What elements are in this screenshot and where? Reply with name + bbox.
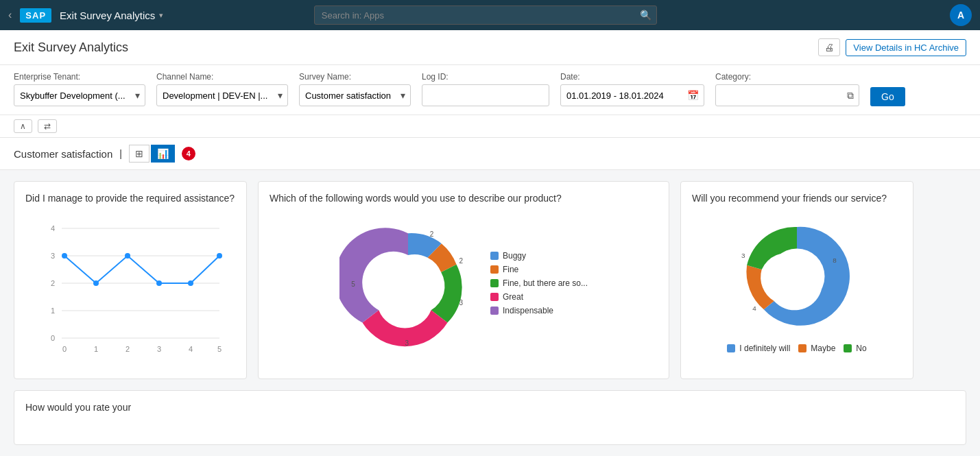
channel-name-filter: Channel Name: Development | DEV-EN |... bbox=[156, 72, 288, 106]
svg-text:4: 4 bbox=[752, 304, 756, 312]
survey-bar-separator: | bbox=[119, 148, 122, 159]
legend-fine: Fine bbox=[490, 265, 588, 274]
page-title: Exit Survey Analytics bbox=[14, 40, 128, 55]
channel-name-select-wrapper: Development | DEV-EN |... bbox=[156, 84, 288, 106]
calendar-icon[interactable]: 📅 bbox=[687, 90, 699, 101]
legend-indispensable: Indispensable bbox=[490, 306, 588, 315]
log-id-input[interactable] bbox=[422, 84, 549, 106]
svg-point-16 bbox=[62, 253, 67, 259]
legend-fine-but-dot bbox=[490, 279, 499, 287]
survey-bar-title: Customer satisfaction bbox=[14, 148, 112, 160]
svg-text:2: 2 bbox=[126, 345, 130, 353]
date-label: Date: bbox=[560, 72, 704, 82]
search-input[interactable] bbox=[314, 5, 657, 25]
donut2-legend: I definitely will Maybe No bbox=[727, 344, 866, 353]
card2-title: Which of the following words would you u… bbox=[270, 193, 658, 204]
card3-title: Will you recommend your friends our serv… bbox=[692, 193, 902, 204]
card-assistance: Did I manage to provide the required ass… bbox=[14, 181, 247, 379]
donut1-legend: Buggy Fine Fine, but there are so... Gre… bbox=[490, 251, 588, 315]
survey-name-select-wrapper: Customer satisfaction bbox=[299, 84, 411, 106]
legend-fine-but: Fine, but there are so... bbox=[490, 278, 588, 288]
legend-great-dot bbox=[490, 293, 499, 301]
header-title-text: Exit Survey Analytics bbox=[60, 10, 155, 21]
page-header: Exit Survey Analytics 🖨 View Details in … bbox=[0, 30, 980, 65]
legend-maybe-label: Maybe bbox=[811, 344, 835, 353]
sort-button[interactable]: ⇄ bbox=[38, 119, 57, 133]
card-rate: How would you rate your bbox=[14, 390, 966, 445]
log-id-label: Log ID: bbox=[422, 72, 549, 82]
legend-great: Great bbox=[490, 292, 588, 302]
legend-maybe-dot bbox=[798, 344, 806, 352]
view-toggle: ⊞ 📊 bbox=[129, 145, 175, 163]
go-button[interactable]: Go bbox=[870, 87, 905, 106]
legend-indispensable-label: Indispensable bbox=[503, 306, 553, 315]
search-icon[interactable]: 🔍 bbox=[640, 10, 652, 21]
svg-text:1: 1 bbox=[51, 307, 55, 315]
date-input[interactable] bbox=[560, 84, 704, 106]
svg-point-22 bbox=[380, 255, 436, 311]
app-title: Exit Survey Analytics ▾ bbox=[60, 10, 163, 21]
title-chevron-icon[interactable]: ▾ bbox=[159, 11, 163, 20]
collapse-button[interactable]: ∧ bbox=[14, 119, 32, 133]
survey-name-filter: Survey Name: Customer satisfaction bbox=[299, 72, 411, 106]
donut-area-1: 2 2 3 3 5 Buggy Fine Fine, but there are… bbox=[270, 215, 658, 352]
svg-text:3: 3 bbox=[405, 339, 409, 347]
category-input-wrapper: ⧉ bbox=[715, 84, 859, 106]
svg-text:1: 1 bbox=[94, 345, 98, 353]
card1-title: Did I manage to provide the required ass… bbox=[25, 193, 235, 204]
print-button[interactable]: 🖨 bbox=[818, 38, 840, 56]
donut-chart-1-svg: 2 2 3 3 5 bbox=[339, 215, 477, 352]
donut-chart-2-svg: 8 4 3 bbox=[735, 215, 859, 338]
page-actions: 🖨 View Details in HC Archive bbox=[818, 38, 966, 56]
view-details-button[interactable]: View Details in HC Archive bbox=[846, 39, 966, 56]
svg-text:5: 5 bbox=[217, 345, 222, 353]
chart-view-button[interactable]: 📊 bbox=[151, 145, 175, 163]
svg-text:4: 4 bbox=[189, 345, 193, 353]
filters-row: Enterprise Tenant: Skybuffer Development… bbox=[0, 65, 980, 115]
category-input[interactable] bbox=[715, 84, 859, 106]
enterprise-tenant-select[interactable]: Skybuffer Development (... bbox=[14, 84, 145, 106]
avatar[interactable]: A bbox=[950, 4, 972, 26]
svg-point-19 bbox=[156, 280, 162, 286]
legend-indispensable-dot bbox=[490, 307, 499, 315]
legend-buggy-label: Buggy bbox=[503, 251, 526, 261]
card-recommend: Will you recommend your friends our serv… bbox=[680, 181, 913, 379]
svg-point-20 bbox=[188, 280, 193, 286]
legend-definitely-label: I definitely will bbox=[739, 344, 790, 353]
app-header: ‹ SAP Exit Survey Analytics ▾ 🔍 A bbox=[0, 0, 980, 30]
legend-no: No bbox=[844, 344, 866, 353]
category-expand-icon[interactable]: ⧉ bbox=[847, 90, 854, 101]
channel-name-label: Channel Name: bbox=[156, 72, 288, 82]
survey-name-select[interactable]: Customer satisfaction bbox=[299, 84, 411, 106]
legend-fine-dot bbox=[490, 265, 499, 274]
enterprise-tenant-select-wrapper: Skybuffer Development (... bbox=[14, 84, 145, 106]
sap-logo: SAP bbox=[20, 8, 51, 23]
legend-definitely: I definitely will bbox=[727, 344, 790, 353]
svg-point-18 bbox=[125, 253, 130, 259]
svg-text:3: 3 bbox=[741, 252, 745, 259]
channel-name-select[interactable]: Development | DEV-EN |... bbox=[156, 84, 288, 106]
svg-text:0: 0 bbox=[62, 345, 67, 353]
survey-name-label: Survey Name: bbox=[299, 72, 411, 82]
date-filter: Date: 📅 bbox=[560, 72, 704, 106]
legend-great-label: Great bbox=[503, 292, 523, 302]
enterprise-tenant-filter: Enterprise Tenant: Skybuffer Development… bbox=[14, 72, 145, 106]
legend-maybe: Maybe bbox=[798, 344, 835, 353]
svg-text:2: 2 bbox=[459, 257, 463, 265]
table-view-button[interactable]: ⊞ bbox=[129, 145, 150, 163]
category-label: Category: bbox=[715, 72, 859, 82]
legend-no-dot bbox=[844, 344, 852, 352]
svg-text:2: 2 bbox=[430, 230, 434, 238]
line-chart-svg: 4 3 2 1 0 0 1 2 3 4 5 bbox=[25, 215, 235, 365]
legend-no-label: No bbox=[856, 344, 866, 353]
category-filter: Category: ⧉ bbox=[715, 72, 859, 106]
svg-point-21 bbox=[217, 253, 222, 259]
card-describe: Which of the following words would you u… bbox=[258, 181, 669, 379]
back-button[interactable]: ‹ bbox=[8, 9, 12, 21]
card4-title: How would you rate your bbox=[25, 402, 955, 413]
legend-buggy-dot bbox=[490, 252, 499, 260]
search-container: 🔍 bbox=[314, 5, 657, 25]
donut-area-2: 8 4 3 I definitely will Maybe No bbox=[692, 215, 902, 353]
count-badge: 4 bbox=[182, 147, 195, 160]
svg-point-17 bbox=[93, 280, 99, 286]
